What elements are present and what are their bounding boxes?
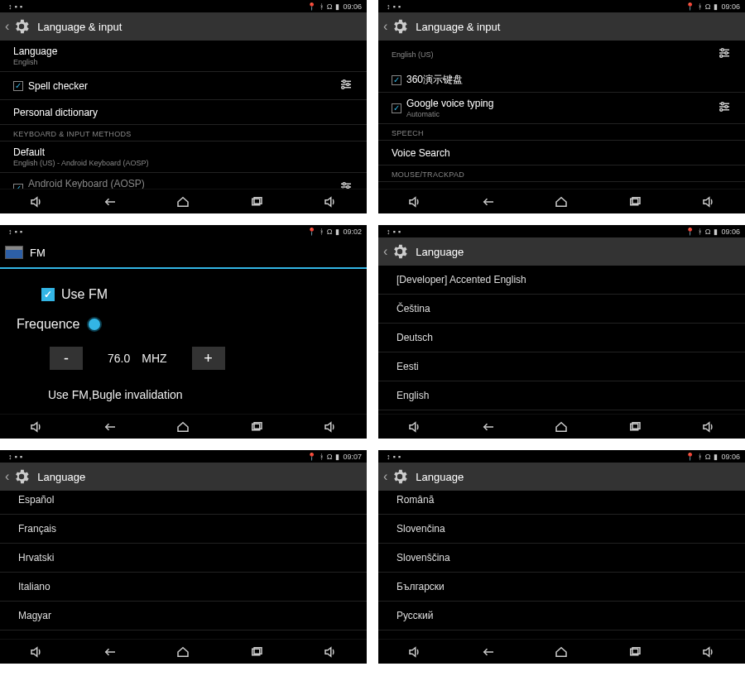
setting-row-checkbox[interactable]: Google voice typingAutomatic [378, 93, 745, 124]
back-button[interactable] [472, 420, 505, 434]
settings-sliders-icon[interactable] [339, 180, 353, 189]
volume-up-button[interactable] [314, 194, 347, 209]
volume-up-button[interactable] [692, 194, 725, 209]
freq-plus-button[interactable]: + [192, 347, 225, 370]
use-fm-row[interactable]: Use FM [41, 287, 350, 302]
setting-row[interactable]: Pointer speed [378, 182, 745, 189]
volume-down-button[interactable] [398, 645, 431, 659]
language-option[interactable]: Български [378, 573, 745, 602]
volume-down-button[interactable] [398, 420, 431, 434]
volume-down-button[interactable] [20, 420, 53, 434]
recent-button[interactable] [618, 194, 651, 209]
headphones-icon: Ω [327, 228, 333, 236]
row-subtitle: Automatic [406, 110, 493, 118]
section-header: MOUSE/TRACKPAD [378, 165, 745, 182]
language-option[interactable]: Slovenčina [378, 515, 745, 544]
headphones-icon: Ω [705, 228, 711, 236]
content: LanguageEnglishSpell checkerPersonal dic… [0, 41, 367, 189]
setting-row-checkbox[interactable]: Spell checker [0, 72, 367, 100]
language-option[interactable]: Hrvatski [0, 544, 367, 573]
settings-sliders-icon[interactable] [717, 46, 732, 63]
language-option[interactable]: Français [0, 515, 367, 544]
recent-button[interactable] [240, 194, 273, 209]
volume-up-button[interactable] [692, 645, 725, 659]
back-icon[interactable]: ‹ [383, 469, 387, 484]
home-button[interactable] [166, 645, 199, 659]
volume-up-button[interactable] [692, 420, 725, 434]
language-option[interactable]: Čeština [378, 295, 745, 324]
gear-icon [12, 467, 31, 486]
language-option[interactable]: English [378, 381, 745, 410]
svg-point-3 [343, 80, 345, 83]
home-button[interactable] [545, 645, 578, 659]
signal-icon: ↕ [387, 228, 391, 236]
checkbox[interactable] [13, 81, 23, 91]
clock: 09:02 [343, 228, 362, 236]
setting-row-checkbox[interactable]: 360演示键盘 [378, 68, 745, 93]
svg-point-9 [343, 183, 345, 185]
settings-sliders-icon[interactable] [339, 77, 353, 94]
language-option[interactable]: Magyar [0, 602, 367, 630]
bluetooth-icon: ᚼ [698, 453, 702, 461]
nav-bar [0, 189, 367, 213]
setting-row[interactable]: DefaultEnglish (US) - Android Keyboard (… [0, 141, 367, 173]
recent-button[interactable] [618, 420, 651, 434]
back-icon[interactable]: ‹ [383, 19, 387, 34]
volume-down-button[interactable] [20, 645, 53, 659]
back-button[interactable] [472, 645, 505, 659]
checkbox[interactable] [41, 288, 55, 301]
recent-button[interactable] [618, 645, 651, 659]
back-button[interactable] [94, 194, 127, 209]
language-option[interactable]: Italiano [0, 573, 367, 602]
language-option[interactable]: Slovenščina [378, 544, 745, 573]
notif-icon: ▪ [15, 453, 17, 461]
screen-5: ↕▪▪📍ᚼΩ▮09:07‹LanguageEspañolFrançaisHrva… [0, 450, 367, 664]
notif-icon: ▪ [20, 228, 22, 236]
recent-button[interactable] [240, 645, 273, 659]
back-button[interactable] [472, 194, 505, 209]
checkbox[interactable] [392, 103, 401, 113]
back-button[interactable] [94, 420, 127, 434]
row-title: 360演示键盘 [406, 73, 463, 87]
setting-row[interactable]: LanguageEnglish [0, 41, 367, 72]
home-button[interactable] [166, 194, 199, 209]
location-icon: 📍 [307, 453, 316, 461]
freq-minus-button[interactable]: - [50, 347, 83, 370]
language-option[interactable]: Română [378, 491, 745, 515]
svg-point-25 [720, 108, 723, 111]
language-list: RomânăSlovenčinaSlovenščinaБългарскиРусс… [378, 491, 745, 639]
frequence-label: Frequence [17, 317, 80, 332]
setting-row-checkbox[interactable]: Android Keyboard (AOSP)English (US) [0, 173, 367, 189]
language-option[interactable]: Русский [378, 602, 745, 630]
back-icon[interactable]: ‹ [5, 469, 9, 484]
bluetooth-icon: ᚼ [320, 2, 324, 11]
language-option[interactable]: Polski [0, 630, 367, 639]
clock: 09:06 [343, 2, 362, 11]
row-subtitle: English [13, 58, 57, 66]
setting-row[interactable]: Voice Search [378, 141, 745, 165]
home-button[interactable] [545, 194, 578, 209]
home-button[interactable] [545, 420, 578, 434]
headphones-icon: Ω [327, 453, 333, 461]
back-icon[interactable]: ‹ [383, 244, 387, 259]
back-icon[interactable]: ‹ [5, 19, 9, 34]
home-button[interactable] [166, 420, 199, 434]
language-option[interactable]: Српски [378, 630, 745, 639]
language-option[interactable]: Eesti [378, 352, 745, 381]
setting-row[interactable]: English (US) [378, 41, 745, 68]
volume-down-button[interactable] [398, 194, 431, 209]
content: EspañolFrançaisHrvatskiItalianoMagyarPol… [0, 491, 367, 639]
language-option[interactable]: [Developer] Accented English [378, 266, 745, 295]
notif-icon: ▪ [393, 2, 396, 11]
volume-up-button[interactable] [314, 645, 347, 659]
volume-down-button[interactable] [20, 194, 53, 209]
back-button[interactable] [94, 645, 127, 659]
language-option[interactable]: Deutsch [378, 324, 745, 352]
settings-sliders-icon[interactable] [717, 99, 732, 117]
setting-row[interactable]: Personal dictionary [0, 100, 367, 125]
recent-button[interactable] [240, 420, 273, 434]
gear-icon [12, 17, 31, 36]
checkbox[interactable] [392, 75, 401, 85]
volume-up-button[interactable] [314, 420, 347, 434]
language-option[interactable]: Español [0, 491, 367, 515]
